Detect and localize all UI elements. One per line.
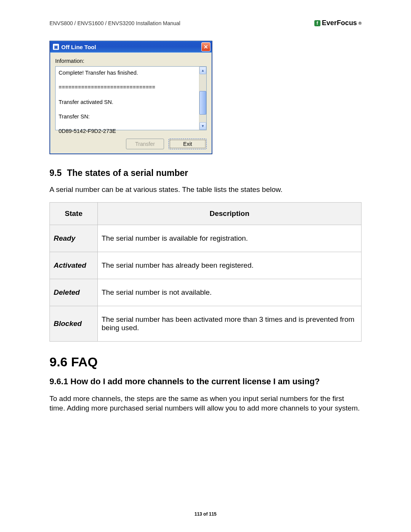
information-label: Information: xyxy=(55,58,207,64)
table-row: Deleted The serial number is not availab… xyxy=(50,279,362,306)
page-header: ENVS800 / ENVS1600 / ENVS3200 Installati… xyxy=(49,19,362,27)
desc-cell: The serial number is available for regis… xyxy=(98,225,362,252)
window-body: Information: Complete! Transfer has fini… xyxy=(50,53,212,135)
transfer-button[interactable]: Transfer xyxy=(126,139,164,149)
state-cell: Deleted xyxy=(50,279,98,306)
app-icon: ▣ xyxy=(53,44,59,50)
info-line: 0D89-5142-F9D2-273E xyxy=(59,127,199,135)
state-cell: Activated xyxy=(50,252,98,279)
desc-cell: The serial number is not available. xyxy=(98,279,362,306)
table-row: Ready The serial number is available for… xyxy=(50,225,362,252)
state-cell: Ready xyxy=(50,225,98,252)
table-row: Blocked The serial number has been activ… xyxy=(50,306,362,341)
section-number: 9.5 xyxy=(49,168,62,178)
exit-button[interactable]: Exit xyxy=(169,139,207,149)
scroll-down-icon[interactable]: ▼ xyxy=(199,122,206,130)
information-textbox[interactable]: Complete! Transfer has finished. =======… xyxy=(55,66,207,130)
section-9-6-1-heading: 9.6.1 How do I add more channels to the … xyxy=(49,376,362,387)
table-row: Activated The serial number has already … xyxy=(50,252,362,279)
info-line: Transfer activated SN. xyxy=(59,98,199,106)
section-9-6-heading: 9.6 FAQ xyxy=(49,355,362,369)
window-titlebar[interactable]: ▣ Off Line Tool ✕ xyxy=(50,41,212,53)
section-9-5-heading: 9.5The states of a serial number xyxy=(49,168,362,178)
col-description-header: Description xyxy=(98,202,362,225)
col-state-header: State xyxy=(50,202,98,225)
section-9-6-1-body: To add more channels, the steps are the … xyxy=(49,394,362,413)
close-icon[interactable]: ✕ xyxy=(201,42,210,51)
info-line: Complete! Transfer has finished. xyxy=(59,69,199,77)
window-title: Off Line Tool xyxy=(61,44,199,50)
desc-cell: The serial number has been activated mor… xyxy=(98,306,362,341)
scroll-up-icon[interactable]: ▲ xyxy=(199,67,206,74)
scroll-track[interactable] xyxy=(199,74,206,122)
scroll-thumb[interactable] xyxy=(199,91,206,115)
section-title: The states of a serial number xyxy=(67,168,188,178)
brand-logo: f EverFocus® xyxy=(314,19,362,27)
brand-name: EverFocus xyxy=(322,19,357,27)
info-line: Transfer SN: xyxy=(59,113,199,120)
window-button-row: Transfer Exit xyxy=(50,135,212,154)
table-header-row: State Description xyxy=(50,202,362,225)
info-line: ============================== xyxy=(59,83,199,91)
desc-cell: The serial number has already been regis… xyxy=(98,252,362,279)
brand-mark-icon: f xyxy=(314,20,320,26)
page-number: 113 of 115 xyxy=(0,511,411,517)
state-cell: Blocked xyxy=(50,306,98,341)
scrollbar[interactable]: ▲ ▼ xyxy=(199,67,206,130)
serial-states-table: State Description Ready The serial numbe… xyxy=(49,202,362,342)
doc-title: ENVS800 / ENVS1600 / ENVS3200 Installati… xyxy=(49,20,180,26)
page: ENVS800 / ENVS1600 / ENVS3200 Installati… xyxy=(0,0,411,532)
registered-mark: ® xyxy=(358,21,362,26)
section-9-5-intro: A serial number can be at various states… xyxy=(49,185,362,195)
offline-tool-window: ▣ Off Line Tool ✕ Information: Complete!… xyxy=(49,41,212,154)
